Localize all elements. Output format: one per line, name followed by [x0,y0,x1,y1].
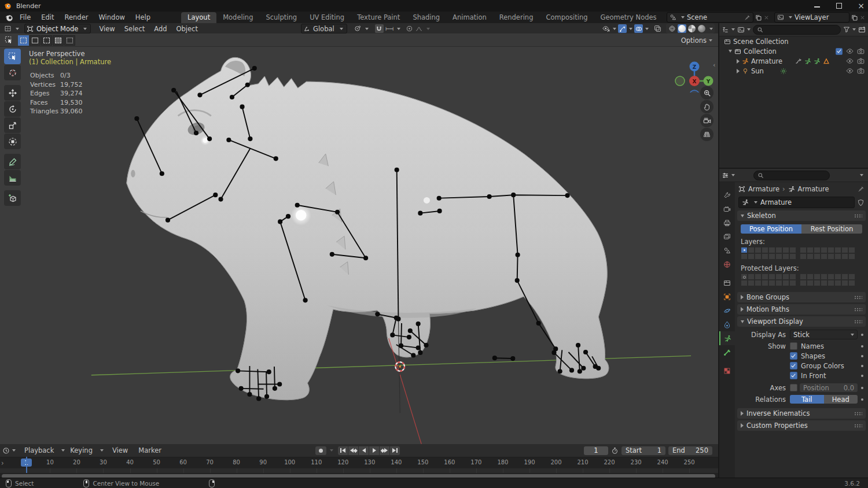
shading-material-button[interactable] [687,24,696,33]
snap-target-button[interactable] [351,24,372,33]
workspace-tab[interactable]: Animation [446,12,493,23]
layer-cell[interactable] [755,273,762,280]
head-button[interactable]: Head [824,395,858,404]
layer-cell[interactable] [827,247,834,253]
tool-cursor[interactable] [4,65,21,80]
armature-name-field[interactable]: Armature [738,197,855,208]
hide-eye-icon[interactable] [846,57,854,65]
layer-cell[interactable] [821,280,827,286]
layer-cell[interactable] [841,280,848,286]
shading-wireframe-button[interactable] [668,24,676,33]
shading-solid-button[interactable] [678,24,686,33]
outliner-search-input[interactable] [753,25,841,35]
layer-cell[interactable] [775,247,782,253]
drag-handle[interactable] [854,424,862,428]
layer-cell[interactable] [841,273,848,280]
xray-toggle[interactable] [653,24,662,33]
layer-cell[interactable] [807,280,814,286]
tab-output[interactable] [719,216,735,230]
tab-scene[interactable] [719,243,735,257]
layer-cell[interactable] [848,273,855,280]
viewport-menu-item[interactable]: Object [172,24,203,34]
workspace-tab[interactable]: Texture Paint [351,12,406,23]
tab-object-data[interactable] [719,331,735,345]
render-visibility-camera-icon[interactable] [857,47,865,55]
drag-handle[interactable] [854,295,862,300]
blender-menu-icon[interactable] [5,13,13,22]
select-mode-subtract[interactable] [41,35,52,46]
panel-skeleton-header[interactable]: Skeleton [737,210,866,221]
shapes-checkbox[interactable] [790,352,797,360]
outliner-display-mode[interactable] [722,26,735,34]
auto-keying-button[interactable] [315,446,326,455]
outliner-filter-button[interactable] [843,26,856,33]
visibility-dropdown[interactable] [602,25,616,33]
panel-custom-properties-header[interactable]: Custom Properties [737,420,866,431]
outliner-row-collection[interactable]: Collection [719,46,868,56]
layer-cell[interactable] [848,253,855,260]
axes-checkbox[interactable] [790,384,797,391]
layer-cell[interactable] [741,247,748,253]
jump-to-end-button[interactable] [390,446,400,455]
scene-selector[interactable]: Scene [667,12,753,23]
axes-position-slider[interactable]: Position 0.0 [800,383,858,392]
fake-user-shield-icon[interactable] [857,199,865,206]
workspace-tab[interactable]: Geometry Nodes [594,12,663,23]
workspace-tab[interactable]: Rendering [493,12,540,23]
layer-cell[interactable] [814,280,821,286]
tool-select-box[interactable] [4,49,21,64]
tab-texture[interactable] [719,364,735,378]
layer-cell[interactable] [800,253,807,260]
properties-editor-type[interactable] [722,172,735,179]
view-layer-selector[interactable]: ViewLayer [774,12,849,23]
snap-toggle[interactable] [375,24,384,33]
playback-menu[interactable]: Playback [19,445,59,456]
drag-handle[interactable] [854,214,862,218]
layer-cell[interactable] [782,280,789,286]
tool-scale[interactable] [4,117,21,133]
jump-to-start-button[interactable] [338,446,348,455]
timeline-collapse-arrow[interactable]: › [1,459,4,467]
layer-cell[interactable] [748,247,755,253]
hide-eye-icon[interactable] [846,47,854,55]
animate-dot[interactable] [861,375,863,377]
tab-collection[interactable] [719,276,735,290]
end-frame-field[interactable]: End 250 [668,446,712,455]
select-mode-extend[interactable] [30,35,41,46]
layer-cell[interactable] [762,247,768,253]
layer-cell[interactable] [834,247,841,253]
group-colors-checkbox[interactable] [790,362,797,369]
render-visibility-camera-icon[interactable] [857,57,865,65]
tab-object[interactable] [719,290,735,304]
pan-button[interactable] [700,100,713,113]
viewport-menu-item[interactable]: Add [149,24,171,34]
previous-keyframe-button[interactable] [348,446,358,455]
tab-bone[interactable] [719,345,735,359]
names-checkbox[interactable] [790,342,797,350]
animate-dot[interactable] [861,334,863,336]
select-mode-new[interactable] [18,35,29,46]
armature-expand-caret[interactable] [737,59,740,64]
drag-handle[interactable] [854,412,862,416]
outliner-row-scene-collection[interactable]: Scene Collection [719,36,868,46]
layer-cell[interactable] [789,280,796,286]
panel-motion-paths-header[interactable]: Motion Paths [737,304,866,315]
rest-position-button[interactable]: Rest Position [801,224,862,234]
layer-cell[interactable] [768,280,775,286]
layer-cell[interactable] [741,253,748,260]
layer-cell[interactable] [741,280,748,286]
layer-cell[interactable] [789,253,796,260]
viewport-3d[interactable]: User Perspective (1) Collection | Armatu… [0,34,718,444]
mode-selector[interactable]: Object Mode [24,24,91,34]
tool-move[interactable] [4,85,21,101]
outliner-filter-mode[interactable] [737,26,751,34]
layer-cell[interactable] [827,280,834,286]
breadcrumb-data[interactable]: Armature [798,185,829,193]
current-frame-field[interactable]: 1 [584,446,608,455]
display-as-dropdown[interactable]: Stick [790,330,858,339]
breadcrumb-object[interactable]: Armature [748,185,779,193]
viewport-menu-item[interactable]: View [94,24,119,34]
layer-cell[interactable] [748,280,755,286]
minimize-button[interactable] [814,2,821,9]
proportional-editing-toggle[interactable] [405,24,414,33]
